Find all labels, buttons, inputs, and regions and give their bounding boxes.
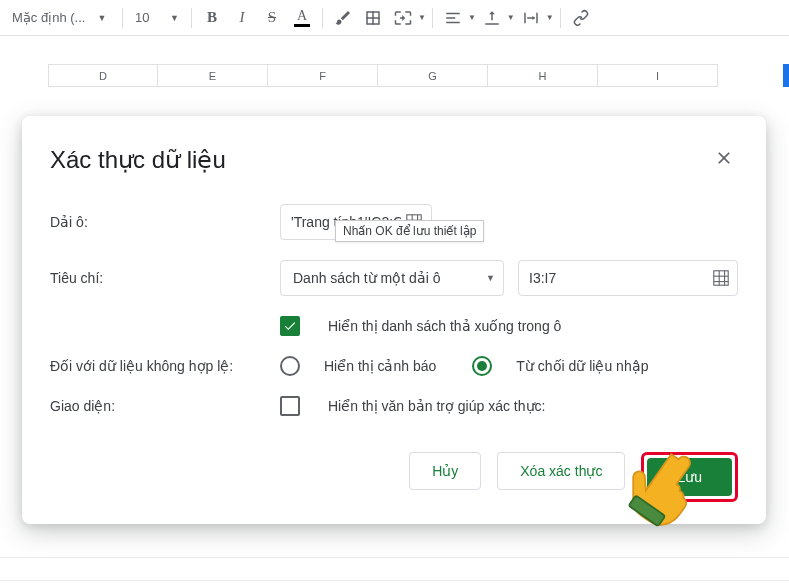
close-button[interactable] — [710, 144, 738, 176]
toolbar: Mặc định (... ▼ 10 ▼ B I S A ▼ ▼ ▼ ▼ — [0, 0, 789, 36]
criteria-range-input-wrap — [518, 260, 738, 296]
separator — [432, 8, 433, 28]
borders-button[interactable] — [359, 4, 387, 32]
horizontal-align-button[interactable]: ▼ — [439, 4, 476, 32]
insert-link-button[interactable] — [567, 4, 595, 32]
text-color-button[interactable]: A — [288, 4, 316, 32]
grid-row — [0, 557, 789, 581]
separator — [322, 8, 323, 28]
text-wrap-button[interactable]: ▼ — [517, 4, 554, 32]
criteria-type-select[interactable]: Danh sách từ một dải ô ▼ — [280, 260, 504, 296]
col-header[interactable]: E — [158, 64, 268, 87]
strikethrough-button[interactable]: S — [258, 4, 286, 32]
remove-validation-button[interactable]: Xóa xác thực — [497, 452, 625, 490]
reject-input-radio[interactable] — [472, 356, 492, 376]
show-warning-radio[interactable] — [280, 356, 300, 376]
font-family-value: Mặc định (... — [12, 10, 85, 25]
chevron-down-icon: ▼ — [418, 13, 426, 22]
chevron-down-icon: ▼ — [546, 13, 554, 22]
criteria-type-value: Danh sách từ một dải ô — [293, 270, 441, 286]
cancel-button[interactable]: Hủy — [409, 452, 481, 490]
separator — [191, 8, 192, 28]
show-help-text-label: Hiển thị văn bản trợ giúp xác thực: — [328, 398, 545, 414]
font-size-select[interactable]: 10 ▼ — [129, 5, 185, 31]
font-family-select[interactable]: Mặc định (... ▼ — [6, 5, 116, 31]
svg-rect-5 — [714, 271, 728, 285]
col-header[interactable]: D — [48, 64, 158, 87]
col-header[interactable]: I — [598, 64, 718, 87]
tooltip: Nhấn OK để lưu thiết lập — [335, 220, 484, 242]
chevron-down-icon: ▼ — [97, 13, 106, 23]
separator — [560, 8, 561, 28]
appearance-label: Giao diện: — [50, 398, 280, 414]
col-header[interactable]: G — [378, 64, 488, 87]
chevron-down-icon: ▼ — [170, 13, 179, 23]
invalid-data-label: Đối với dữ liệu không hợp lệ: — [50, 358, 280, 374]
criteria-range-input[interactable] — [529, 270, 710, 286]
criteria-label: Tiêu chí: — [50, 270, 280, 286]
show-help-text-checkbox[interactable] — [280, 396, 300, 416]
font-size-value: 10 — [135, 10, 149, 25]
separator — [122, 8, 123, 28]
chevron-down-icon: ▼ — [486, 273, 495, 283]
chevron-down-icon: ▼ — [507, 13, 515, 22]
show-dropdown-label: Hiển thị danh sách thả xuống trong ô — [328, 318, 561, 334]
select-range-icon[interactable] — [710, 265, 733, 291]
show-dropdown-checkbox[interactable] — [280, 316, 300, 336]
cell-range-label: Dải ô: — [50, 214, 280, 230]
italic-button[interactable]: I — [228, 4, 256, 32]
col-header[interactable]: H — [488, 64, 598, 87]
column-headers: D E F G H I — [0, 64, 789, 87]
reject-input-label: Từ chối dữ liệu nhập — [516, 358, 648, 374]
dialog-title: Xác thực dữ liệu — [50, 146, 226, 174]
vertical-align-button[interactable]: ▼ — [478, 4, 515, 32]
merge-cells-button[interactable]: ▼ — [389, 4, 426, 32]
fill-color-button[interactable] — [329, 4, 357, 32]
show-warning-label: Hiển thị cảnh báo — [324, 358, 436, 374]
col-header[interactable]: F — [268, 64, 378, 87]
pointing-hand-icon — [620, 440, 710, 530]
bold-button[interactable]: B — [198, 4, 226, 32]
selection-indicator — [783, 64, 789, 87]
chevron-down-icon: ▼ — [468, 13, 476, 22]
